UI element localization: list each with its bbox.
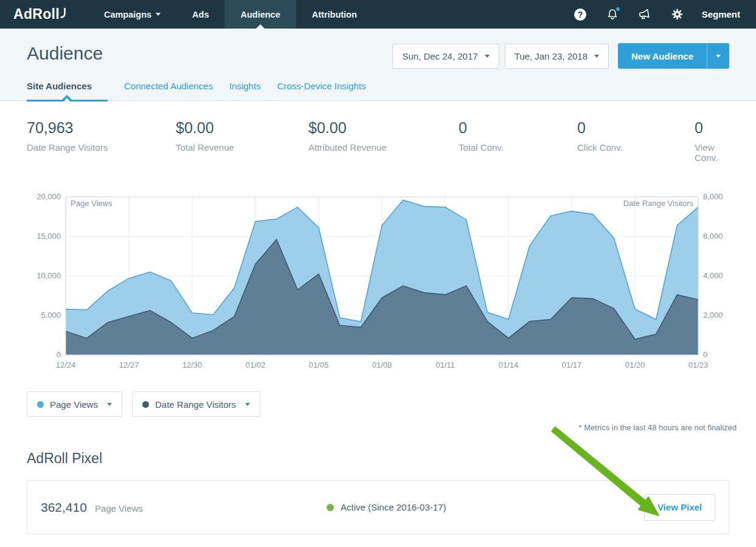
svg-text:01/02: 01/02 — [246, 360, 266, 370]
active-tab-notch-icon — [256, 24, 265, 29]
stat-value: 0 — [577, 119, 695, 137]
legend-date-range-visitors[interactable]: Date Range Visitors — [132, 391, 260, 417]
svg-text:Page Views: Page Views — [71, 199, 113, 208]
stat-label: Total Revenue — [176, 142, 308, 153]
nav-item-campaigns[interactable]: Campaigns — [88, 0, 176, 29]
stat-date-range-visitors: 70,963 Date Range Visitors — [27, 119, 176, 163]
stat-label: Click Conv. — [577, 142, 695, 153]
svg-text:0: 0 — [703, 350, 707, 359]
tab-underline-notch-inner-icon — [64, 98, 70, 101]
caret-down-icon — [716, 55, 721, 58]
svg-text:20,000: 20,000 — [36, 192, 61, 201]
start-date-picker[interactable]: Sun, Dec 24, 2017 — [392, 44, 499, 69]
summary-stats: 70,963 Date Range Visitors $0.00 Total R… — [0, 101, 756, 163]
visitors-dot-icon — [142, 401, 149, 408]
svg-text:12/24: 12/24 — [56, 360, 76, 370]
stat-label: View Conv. — [695, 142, 729, 163]
trend-chart-svg[interactable]: 20,00015,00010,0005,00008,0006,0004,0002… — [27, 191, 730, 372]
help-icon: ? — [574, 9, 586, 21]
stat-click-conv: 0 Click Conv. — [577, 119, 695, 163]
svg-text:12/27: 12/27 — [119, 360, 139, 370]
stat-label: Date Range Visitors — [27, 142, 176, 153]
settings-button[interactable] — [661, 0, 693, 29]
svg-text:01/14: 01/14 — [499, 360, 519, 370]
svg-text:01/08: 01/08 — [372, 360, 392, 370]
caret-down-icon — [594, 55, 599, 58]
stat-value: 0 — [695, 119, 729, 137]
pixel-page-views-value: 362,410 — [41, 500, 87, 515]
nav-label: Campaigns — [104, 10, 151, 19]
nav-item-ads[interactable]: Ads — [176, 0, 224, 29]
gear-icon — [671, 8, 684, 21]
nav-label: Audience — [240, 10, 280, 19]
header-controls: Sun, Dec 24, 2017 Tue, Jan 23, 2018 New … — [392, 43, 729, 69]
nav-label: Attribution — [312, 10, 357, 19]
status-text: Active (Since 2016-03-17) — [341, 502, 446, 512]
svg-text:10,000: 10,000 — [36, 271, 61, 280]
stat-total-revenue: $0.00 Total Revenue — [176, 119, 308, 163]
svg-text:01/05: 01/05 — [309, 360, 329, 370]
svg-text:Date Range Visitors: Date Range Visitors — [623, 199, 694, 208]
help-button[interactable]: ? — [564, 0, 597, 29]
pixel-section-title: AdRoll Pixel — [0, 432, 756, 467]
pixel-status: Active (Since 2016-03-17) — [327, 502, 644, 512]
tab-site-audiences[interactable]: Site Audiences — [27, 81, 108, 101]
stat-label: Attributed Revenue — [308, 142, 459, 153]
nav-label: Ads — [192, 10, 209, 19]
end-date-picker[interactable]: Tue, Jan 23, 2018 — [505, 44, 609, 69]
top-nav: AdRoll Campaigns Ads Audience Attributio… — [0, 0, 756, 29]
svg-text:0: 0 — [57, 350, 61, 359]
stat-total-conv: 0 Total Conv. — [459, 119, 577, 163]
view-pixel-button[interactable]: View Pixel — [644, 494, 715, 521]
pixel-card: 362,410 Page Views Active (Since 2016-03… — [27, 480, 729, 534]
svg-text:8,000: 8,000 — [703, 192, 723, 201]
stat-label: Total Conv. — [459, 142, 577, 153]
svg-text:2,000: 2,000 — [703, 311, 723, 320]
page-views-dot-icon — [37, 401, 44, 408]
tab-cross-device-insights[interactable]: Cross-Device Insights — [277, 81, 366, 100]
metrics-footnote: * Metrics in the last 48 hours are not f… — [0, 417, 756, 432]
status-dot-icon — [327, 504, 334, 511]
megaphone-icon — [637, 7, 652, 22]
pixel-page-views: 362,410 Page Views — [41, 500, 327, 515]
page-header: Audience Sun, Dec 24, 2017 Tue, Jan 23, … — [0, 29, 756, 101]
caret-down-icon — [107, 403, 112, 406]
help-glyph: ? — [578, 10, 583, 19]
svg-text:15,000: 15,000 — [36, 232, 61, 241]
svg-text:12/30: 12/30 — [182, 360, 203, 370]
nav-item-attribution[interactable]: Attribution — [296, 0, 373, 29]
nav-item-audience[interactable]: Audience — [224, 0, 296, 29]
primary-nav: Campaigns Ads Audience Attribution — [88, 0, 373, 29]
trend-chart: 20,00015,00010,0005,00008,0006,0004,0002… — [0, 163, 756, 374]
notifications-button[interactable] — [597, 0, 629, 29]
stat-value: 0 — [459, 119, 577, 137]
stat-value: $0.00 — [176, 119, 308, 137]
legend-label: Date Range Visitors — [155, 399, 236, 410]
audience-tabs: Site Audiences Connected Audiences Insig… — [27, 81, 729, 100]
svg-text:01/11: 01/11 — [435, 360, 455, 370]
new-audience-split-button: New Audience — [618, 43, 729, 69]
nav-right-actions: ? — [564, 0, 756, 29]
tab-insights[interactable]: Insights — [229, 81, 261, 100]
stat-view-conv: 0 View Conv. — [695, 119, 729, 163]
segment-menu[interactable]: Segment — [693, 9, 749, 19]
legend-label: Page Views — [50, 399, 98, 410]
new-audience-dropdown-button[interactable] — [707, 43, 729, 69]
svg-text:4,000: 4,000 — [703, 271, 723, 280]
stat-value: $0.00 — [308, 119, 459, 137]
logo-text: AdRoll — [13, 6, 60, 22]
tab-connected-audiences[interactable]: Connected Audiences — [124, 81, 213, 100]
svg-text:01/20: 01/20 — [625, 360, 645, 370]
svg-text:01/17: 01/17 — [562, 360, 582, 370]
stat-attributed-revenue: $0.00 Attributed Revenue — [308, 119, 459, 163]
adroll-logo[interactable]: AdRoll — [0, 0, 88, 29]
start-date-value: Sun, Dec 24, 2017 — [402, 51, 477, 61]
new-audience-button[interactable]: New Audience — [618, 43, 707, 69]
announcements-button[interactable] — [629, 0, 661, 29]
tab-label: Site Audiences — [27, 81, 92, 91]
legend-page-views[interactable]: Page Views — [27, 391, 122, 417]
svg-text:01/23: 01/23 — [688, 360, 709, 370]
logo-curl-icon — [60, 8, 66, 18]
chart-legend: Page Views Date Range Visitors — [0, 374, 756, 417]
page-title: Audience — [27, 43, 103, 64]
